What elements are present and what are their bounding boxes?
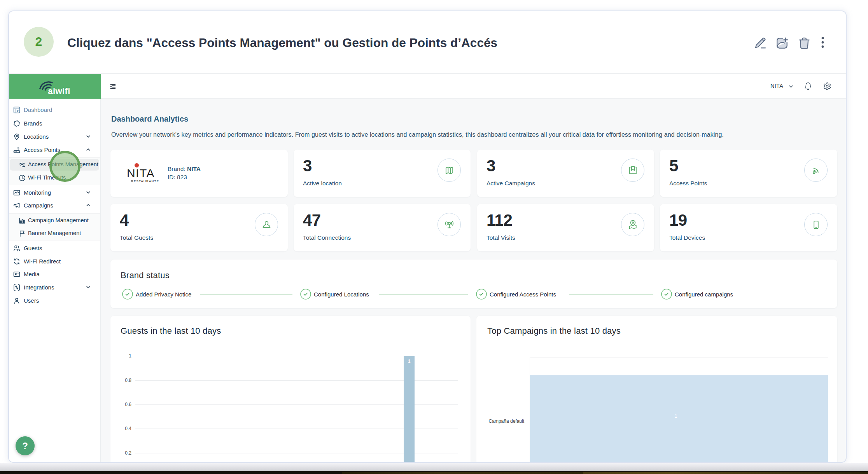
- svg-text:aiwifi: aiwifi: [48, 86, 70, 96]
